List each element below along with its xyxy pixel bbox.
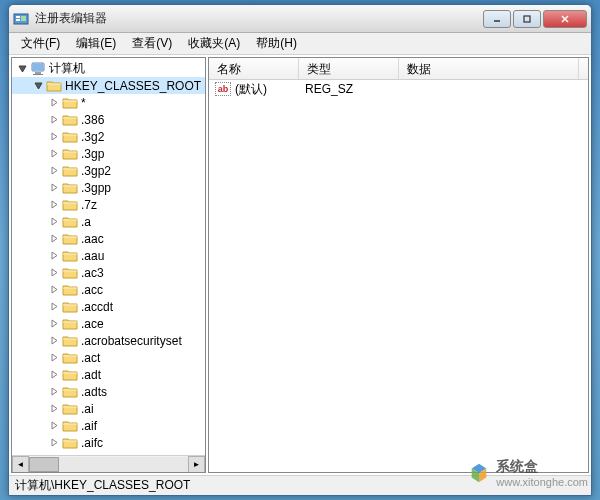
svg-rect-11 bbox=[33, 74, 43, 75]
col-data[interactable]: 数据 bbox=[399, 58, 579, 79]
tree-item[interactable]: .3gpp bbox=[12, 179, 205, 196]
tree-hscrollbar[interactable]: ◄ ► bbox=[12, 455, 205, 472]
tree-item[interactable]: * bbox=[12, 94, 205, 111]
expander-icon[interactable] bbox=[48, 148, 60, 160]
expander-icon[interactable] bbox=[48, 318, 60, 330]
expander-icon[interactable] bbox=[48, 352, 60, 364]
expander-icon[interactable] bbox=[48, 250, 60, 262]
string-value-icon: ab bbox=[215, 82, 231, 96]
app-icon bbox=[13, 11, 29, 27]
regedit-window: 注册表编辑器 文件(F) 编辑(E) 查看(V) 收藏夹(A) 帮助(H) 计算… bbox=[8, 4, 592, 496]
menu-file[interactable]: 文件(F) bbox=[13, 33, 68, 54]
expander-icon[interactable] bbox=[48, 335, 60, 347]
expander-icon[interactable] bbox=[48, 131, 60, 143]
tree-item[interactable]: .3gp2 bbox=[12, 162, 205, 179]
expander-icon[interactable] bbox=[48, 216, 60, 228]
tree-item[interactable]: .acrobatsecurityset bbox=[12, 332, 205, 349]
minimize-button[interactable] bbox=[483, 10, 511, 28]
expander-icon[interactable] bbox=[48, 182, 60, 194]
list-row[interactable]: ab(默认)REG_SZ bbox=[209, 80, 588, 98]
tree-item[interactable]: .accdt bbox=[12, 298, 205, 315]
folder-icon bbox=[62, 300, 78, 314]
scroll-left-button[interactable]: ◄ bbox=[12, 456, 29, 473]
close-button[interactable] bbox=[543, 10, 587, 28]
svg-rect-1 bbox=[16, 16, 20, 18]
tree-item[interactable]: .act bbox=[12, 349, 205, 366]
list-header: 名称 类型 数据 bbox=[209, 58, 588, 80]
menu-favorites[interactable]: 收藏夹(A) bbox=[180, 33, 248, 54]
expander-icon[interactable] bbox=[48, 97, 60, 109]
tree-root-computer[interactable]: 计算机 bbox=[12, 60, 205, 77]
folder-icon bbox=[62, 130, 78, 144]
tree-item[interactable]: .adt bbox=[12, 366, 205, 383]
tree-node-label: .ac3 bbox=[81, 266, 104, 280]
tree-node-label: .7z bbox=[81, 198, 97, 212]
expander-icon[interactable] bbox=[48, 437, 60, 449]
tree-item[interactable]: .7z bbox=[12, 196, 205, 213]
expander-icon[interactable] bbox=[48, 403, 60, 415]
expander-icon[interactable] bbox=[48, 386, 60, 398]
folder-icon bbox=[62, 198, 78, 212]
statusbar: 计算机\HKEY_CLASSES_ROOT bbox=[9, 475, 591, 495]
expander-icon[interactable] bbox=[48, 233, 60, 245]
expander-icon[interactable] bbox=[32, 80, 44, 92]
col-name[interactable]: 名称 bbox=[209, 58, 299, 79]
tree-node-label: .ace bbox=[81, 317, 104, 331]
tree-item[interactable]: .aifc bbox=[12, 434, 205, 451]
expander-icon[interactable] bbox=[48, 369, 60, 381]
tree-item[interactable]: .acc bbox=[12, 281, 205, 298]
expander-icon[interactable] bbox=[48, 199, 60, 211]
tree-node-label: HKEY_CLASSES_ROOT bbox=[65, 79, 201, 93]
tree-item[interactable]: .ac3 bbox=[12, 264, 205, 281]
expander-icon[interactable] bbox=[48, 301, 60, 313]
tree-node-label: .adt bbox=[81, 368, 101, 382]
tree-node-label: .acrobatsecurityset bbox=[81, 334, 182, 348]
window-title: 注册表编辑器 bbox=[35, 10, 481, 27]
tree-hkey-classes-root[interactable]: HKEY_CLASSES_ROOT bbox=[12, 77, 205, 94]
expander-icon[interactable] bbox=[16, 63, 28, 75]
folder-icon bbox=[46, 79, 62, 93]
expander-icon[interactable] bbox=[48, 165, 60, 177]
menu-view[interactable]: 查看(V) bbox=[124, 33, 180, 54]
menu-edit[interactable]: 编辑(E) bbox=[68, 33, 124, 54]
expander-icon[interactable] bbox=[48, 267, 60, 279]
tree-item[interactable]: .aau bbox=[12, 247, 205, 264]
content-area: 计算机HKEY_CLASSES_ROOT*.386.3g2.3gp.3gp2.3… bbox=[9, 55, 591, 475]
svg-rect-2 bbox=[16, 19, 20, 21]
folder-icon bbox=[62, 266, 78, 280]
tree-item[interactable]: .ai bbox=[12, 400, 205, 417]
tree-node-label: .accdt bbox=[81, 300, 113, 314]
list-body[interactable]: ab(默认)REG_SZ bbox=[209, 80, 588, 472]
col-type[interactable]: 类型 bbox=[299, 58, 399, 79]
tree-item[interactable]: .3g2 bbox=[12, 128, 205, 145]
folder-icon bbox=[62, 232, 78, 246]
tree-item[interactable]: .ace bbox=[12, 315, 205, 332]
tree-node-label: .3g2 bbox=[81, 130, 104, 144]
scroll-thumb[interactable] bbox=[29, 457, 59, 472]
folder-icon bbox=[62, 368, 78, 382]
tree-item[interactable]: .adts bbox=[12, 383, 205, 400]
folder-icon bbox=[62, 385, 78, 399]
menubar: 文件(F) 编辑(E) 查看(V) 收藏夹(A) 帮助(H) bbox=[9, 33, 591, 55]
tree-node-label: * bbox=[81, 96, 86, 110]
tree-item[interactable]: .386 bbox=[12, 111, 205, 128]
svg-rect-9 bbox=[33, 64, 43, 70]
svg-rect-10 bbox=[35, 72, 41, 74]
expander-icon[interactable] bbox=[48, 420, 60, 432]
tree-node-label: .a bbox=[81, 215, 91, 229]
folder-icon bbox=[62, 96, 78, 110]
tree-item[interactable]: .a bbox=[12, 213, 205, 230]
tree-item[interactable]: .aac bbox=[12, 230, 205, 247]
maximize-button[interactable] bbox=[513, 10, 541, 28]
scroll-right-button[interactable]: ► bbox=[188, 456, 205, 473]
tree-node-label: .act bbox=[81, 351, 100, 365]
tree-item[interactable]: .aif bbox=[12, 417, 205, 434]
tree-item[interactable]: .3gp bbox=[12, 145, 205, 162]
value-name: (默认) bbox=[235, 81, 267, 98]
expander-icon[interactable] bbox=[48, 114, 60, 126]
expander-icon[interactable] bbox=[48, 284, 60, 296]
titlebar[interactable]: 注册表编辑器 bbox=[9, 5, 591, 33]
folder-icon bbox=[62, 436, 78, 450]
menu-help[interactable]: 帮助(H) bbox=[248, 33, 305, 54]
folder-icon bbox=[62, 334, 78, 348]
